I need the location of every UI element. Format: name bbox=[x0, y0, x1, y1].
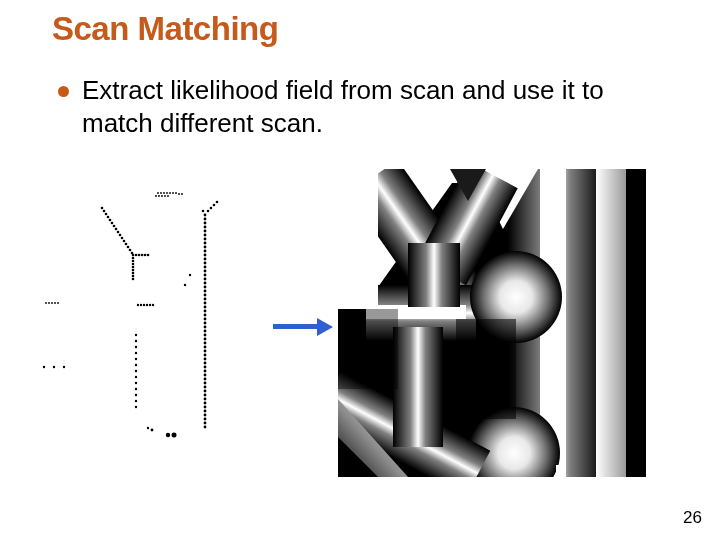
svg-point-106 bbox=[204, 354, 207, 357]
svg-point-3 bbox=[166, 192, 168, 194]
svg-point-23 bbox=[127, 246, 130, 249]
svg-point-128 bbox=[147, 427, 149, 429]
svg-point-29 bbox=[101, 207, 104, 210]
svg-point-129 bbox=[207, 210, 210, 213]
svg-point-8 bbox=[181, 193, 183, 195]
svg-point-123 bbox=[204, 422, 207, 425]
svg-point-11 bbox=[161, 195, 163, 197]
svg-point-13 bbox=[167, 195, 169, 197]
svg-point-116 bbox=[204, 394, 207, 397]
bullet-dot-icon bbox=[58, 86, 69, 97]
svg-point-113 bbox=[204, 382, 207, 385]
svg-point-127 bbox=[151, 429, 154, 432]
figure-area bbox=[40, 175, 680, 485]
svg-point-19 bbox=[119, 234, 122, 237]
svg-point-61 bbox=[135, 352, 137, 354]
transform-arrow-icon bbox=[273, 319, 335, 335]
svg-point-52 bbox=[51, 302, 53, 304]
svg-point-30 bbox=[132, 254, 135, 257]
svg-point-71 bbox=[204, 214, 207, 217]
arrow-head-icon bbox=[317, 318, 333, 336]
svg-point-76 bbox=[204, 234, 207, 237]
svg-point-0 bbox=[157, 192, 159, 194]
svg-point-77 bbox=[204, 238, 207, 241]
svg-point-42 bbox=[132, 275, 135, 278]
svg-point-62 bbox=[135, 358, 137, 360]
svg-point-87 bbox=[204, 278, 207, 281]
svg-point-83 bbox=[204, 262, 207, 265]
svg-point-2 bbox=[163, 192, 165, 194]
svg-point-100 bbox=[204, 330, 207, 333]
svg-point-121 bbox=[204, 414, 207, 417]
svg-point-115 bbox=[204, 390, 207, 393]
svg-point-65 bbox=[135, 376, 137, 378]
svg-point-64 bbox=[135, 370, 137, 372]
svg-rect-149 bbox=[393, 327, 443, 447]
svg-point-111 bbox=[204, 374, 207, 377]
svg-point-122 bbox=[204, 418, 207, 421]
svg-point-88 bbox=[204, 282, 207, 285]
svg-point-105 bbox=[204, 350, 207, 353]
bullet-item: Extract likelihood field from scan and u… bbox=[60, 74, 680, 139]
svg-point-109 bbox=[204, 366, 207, 369]
svg-point-74 bbox=[204, 226, 207, 229]
svg-point-45 bbox=[140, 304, 142, 306]
svg-point-132 bbox=[216, 201, 219, 204]
svg-point-51 bbox=[48, 302, 50, 304]
svg-point-70 bbox=[135, 406, 137, 408]
svg-rect-151 bbox=[556, 465, 562, 477]
svg-point-95 bbox=[204, 310, 207, 313]
svg-point-15 bbox=[111, 222, 114, 225]
slide-title: Scan Matching bbox=[52, 10, 278, 48]
svg-point-75 bbox=[204, 230, 207, 233]
svg-point-72 bbox=[204, 218, 207, 221]
svg-point-26 bbox=[107, 216, 110, 219]
svg-point-94 bbox=[204, 306, 207, 309]
svg-point-89 bbox=[204, 286, 207, 289]
svg-point-92 bbox=[204, 298, 207, 301]
svg-point-1 bbox=[160, 192, 162, 194]
bullet-text: Extract likelihood field from scan and u… bbox=[82, 74, 680, 139]
svg-point-16 bbox=[113, 225, 116, 228]
svg-rect-158 bbox=[338, 309, 398, 389]
svg-point-43 bbox=[132, 278, 135, 281]
svg-point-97 bbox=[204, 318, 207, 321]
svg-point-59 bbox=[135, 340, 137, 342]
svg-point-37 bbox=[132, 260, 135, 263]
svg-point-36 bbox=[132, 257, 135, 260]
svg-point-49 bbox=[152, 304, 154, 306]
svg-point-4 bbox=[169, 192, 171, 194]
svg-point-40 bbox=[132, 269, 135, 272]
svg-point-33 bbox=[141, 254, 144, 257]
svg-point-24 bbox=[129, 249, 132, 252]
svg-point-126 bbox=[172, 433, 177, 438]
svg-point-96 bbox=[204, 314, 207, 317]
raw-scan-point-cloud bbox=[40, 175, 275, 475]
svg-rect-157 bbox=[456, 319, 516, 419]
svg-point-41 bbox=[132, 272, 135, 275]
svg-point-135 bbox=[189, 274, 191, 276]
svg-point-131 bbox=[213, 204, 216, 207]
svg-point-90 bbox=[204, 290, 207, 293]
svg-point-17 bbox=[115, 228, 118, 231]
svg-point-54 bbox=[57, 302, 59, 304]
svg-point-28 bbox=[103, 210, 106, 213]
svg-point-117 bbox=[204, 398, 207, 401]
svg-point-125 bbox=[166, 433, 170, 437]
svg-point-20 bbox=[121, 237, 124, 240]
svg-point-85 bbox=[204, 270, 207, 273]
svg-point-103 bbox=[204, 342, 207, 345]
svg-rect-145 bbox=[408, 243, 460, 307]
svg-point-7 bbox=[178, 193, 180, 195]
svg-point-84 bbox=[204, 266, 207, 269]
svg-point-102 bbox=[204, 338, 207, 341]
svg-point-86 bbox=[204, 274, 207, 277]
svg-point-80 bbox=[204, 250, 207, 253]
svg-point-81 bbox=[204, 254, 207, 257]
svg-point-134 bbox=[184, 284, 186, 286]
svg-point-38 bbox=[132, 263, 135, 266]
svg-point-91 bbox=[204, 294, 207, 297]
svg-point-56 bbox=[53, 366, 55, 368]
svg-point-21 bbox=[123, 240, 126, 243]
svg-point-47 bbox=[146, 304, 148, 306]
